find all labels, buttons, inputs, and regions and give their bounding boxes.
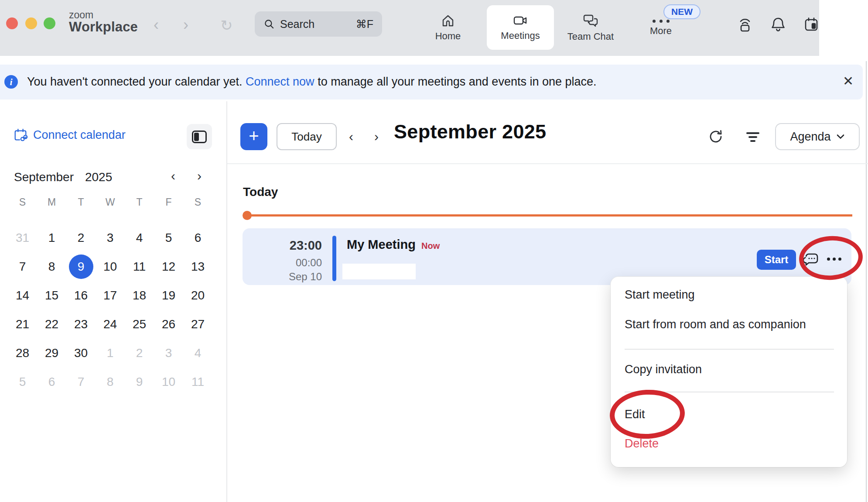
calendar-day[interactable]: 21	[8, 310, 37, 339]
calendar-day[interactable]: 24	[96, 310, 125, 339]
banner-close-icon[interactable]: ✕	[843, 73, 854, 89]
banner-text: You haven't connected your calendar yet.…	[27, 75, 597, 89]
calendar-icon[interactable]	[803, 16, 820, 33]
tab-meetings[interactable]: Meetings	[488, 5, 553, 50]
day-header: F	[154, 196, 183, 208]
nav-forward-icon[interactable]: ›	[183, 16, 188, 34]
tab-more-label: More	[650, 25, 672, 37]
window-right-edge	[866, 61, 867, 502]
menu-item-delete[interactable]: Delete	[625, 437, 659, 450]
calendar-day[interactable]: 7	[66, 368, 96, 396]
calendar-day[interactable]: 10	[96, 252, 125, 281]
nav-back-icon[interactable]: ‹	[154, 16, 159, 34]
calendar-day-selected[interactable]: 9	[66, 252, 96, 281]
calendar-day[interactable]: 31	[8, 223, 37, 252]
view-selector-dropdown[interactable]: Agenda	[775, 123, 860, 150]
menu-divider	[625, 349, 834, 350]
next-month-icon[interactable]: ›	[374, 129, 379, 144]
view-selector-value: Agenda	[790, 130, 830, 144]
calendar-day[interactable]: 1	[37, 223, 66, 252]
calendar-day[interactable]: 8	[37, 252, 66, 281]
history-icon[interactable]: ↺	[220, 17, 233, 34]
search-shortcut: ⌘F	[356, 18, 373, 31]
connect-calendar-link[interactable]: Connect calendar	[13, 127, 126, 142]
calendar-day[interactable]: 13	[183, 252, 212, 281]
notifications-bell-icon[interactable]	[769, 16, 787, 33]
day-header: M	[37, 196, 66, 208]
day-header: S	[8, 196, 37, 208]
share-to-room-icon[interactable]	[736, 16, 754, 33]
calendar-day[interactable]: 28	[8, 339, 37, 368]
new-meeting-button[interactable]: +	[240, 123, 267, 150]
calendar-day[interactable]: 20	[183, 281, 212, 310]
calendar-day[interactable]: 6	[183, 223, 212, 252]
calendar-day[interactable]: 5	[8, 368, 37, 396]
calendar-day[interactable]: 10	[154, 368, 183, 396]
calendar-day[interactable]: 4	[183, 339, 212, 368]
calendar-day[interactable]: 11	[183, 368, 212, 396]
window-zoom-button[interactable]	[44, 17, 55, 29]
calendar-day[interactable]: 16	[66, 281, 96, 310]
connect-now-link[interactable]: Connect now	[246, 75, 314, 88]
page-title: September 2025	[394, 120, 546, 143]
app-logo: zoom Workplace	[69, 10, 138, 34]
calendar-day[interactable]: 18	[125, 281, 154, 310]
calendar-day[interactable]: 23	[66, 310, 96, 339]
calendar-day[interactable]: 2	[66, 223, 96, 252]
day-header: T	[125, 196, 154, 208]
prev-month-icon[interactable]: ‹	[349, 129, 353, 144]
logo-zoom: zoom	[69, 10, 138, 20]
calendar-day[interactable]: 30	[66, 339, 96, 368]
meetings-video-icon	[513, 14, 528, 28]
mini-calendar-next-icon[interactable]: ›	[197, 168, 202, 183]
menu-item-copy-invitation[interactable]: Copy invitation	[625, 363, 702, 376]
start-meeting-button[interactable]: Start	[757, 250, 796, 270]
team-chat-icon	[583, 14, 598, 28]
calendar-day[interactable]: 2	[125, 339, 154, 368]
calendar-day[interactable]: 22	[37, 310, 66, 339]
calendar-day[interactable]: 15	[37, 281, 66, 310]
calendar-day[interactable]: 8	[96, 368, 125, 396]
toggle-sidebar-button[interactable]	[187, 124, 212, 149]
calendar-day[interactable]: 26	[154, 310, 183, 339]
calendar-link-icon	[13, 127, 28, 142]
calendar-day[interactable]: 12	[154, 252, 183, 281]
tab-home-label: Home	[435, 31, 461, 42]
calendar-day[interactable]: 14	[8, 281, 37, 310]
tab-home[interactable]: Home	[415, 0, 481, 56]
day-header: W	[96, 196, 125, 208]
tab-meetings-label: Meetings	[501, 30, 540, 41]
calendar-day[interactable]: 1	[96, 339, 125, 368]
mini-calendar-prev-icon[interactable]: ‹	[171, 168, 175, 183]
calendar-day[interactable]: 6	[37, 368, 66, 396]
calendar-day[interactable]: 7	[8, 252, 37, 281]
now-badge: Now	[421, 241, 440, 251]
menu-item-start-meeting[interactable]: Start meeting	[625, 288, 695, 302]
window-minimize-button[interactable]	[25, 17, 37, 29]
calendar-day[interactable]: 11	[125, 252, 154, 281]
menu-item-start-from-room[interactable]: Start from room and as companion	[625, 318, 806, 331]
now-indicator-line	[247, 214, 852, 217]
calendar-day[interactable]: 3	[96, 223, 125, 252]
more-dots-icon	[653, 20, 670, 23]
calendar-day[interactable]: 3	[154, 339, 183, 368]
window-close-button[interactable]	[6, 17, 18, 29]
calendar-day[interactable]: 5	[154, 223, 183, 252]
info-icon: i	[4, 75, 18, 89]
calendar-day[interactable]: 4	[125, 223, 154, 252]
calendar-day[interactable]: 25	[125, 310, 154, 339]
refresh-icon[interactable]	[707, 128, 724, 145]
calendar-day[interactable]: 29	[37, 339, 66, 368]
tab-team-chat[interactable]: Team Chat	[558, 0, 623, 56]
today-button[interactable]: Today	[277, 123, 337, 150]
banner-text-after: to manage all your meetings and events i…	[314, 75, 597, 88]
search-input[interactable]: Search ⌘F	[255, 11, 382, 37]
calendar-day[interactable]: 17	[96, 281, 125, 310]
meeting-id-redacted	[342, 264, 416, 279]
calendar-day[interactable]: 19	[154, 281, 183, 310]
calendar-day[interactable]: 27	[183, 310, 212, 339]
mini-calendar-grid: 3112345678910111213141516171819202122232…	[8, 223, 212, 396]
mini-calendar-month: September	[14, 170, 74, 184]
filter-icon[interactable]	[745, 131, 761, 144]
calendar-day[interactable]: 9	[125, 368, 154, 396]
